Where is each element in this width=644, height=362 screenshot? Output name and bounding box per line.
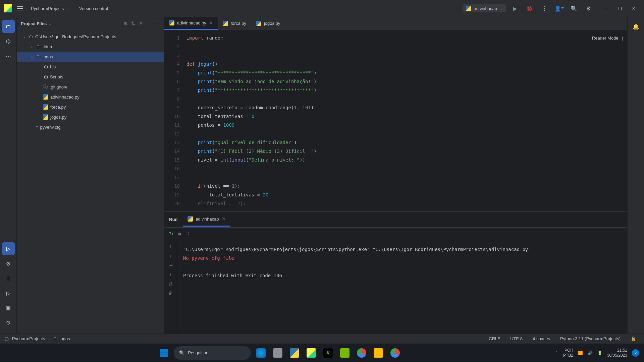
project-dropdown[interactable]: PycharmProjects ⌄ <box>28 5 72 12</box>
run-button[interactable]: ▶ <box>509 3 521 14</box>
windows-logo-icon <box>160 349 168 357</box>
tree-folder-jogos[interactable]: ⌄ 🗀 jogos <box>17 52 164 62</box>
run-tab[interactable]: adivinhacao ✕ <box>183 212 230 227</box>
code-with-me-icon[interactable]: 👤⁺ <box>553 3 565 14</box>
vcs-label: Version control <box>79 6 108 11</box>
taskbar-app-pycharm[interactable] <box>305 346 318 360</box>
battery-icon[interactable]: 🔋 <box>597 351 602 355</box>
hide-panel-icon[interactable]: — <box>155 20 160 26</box>
project-name-label: PycharmProjects <box>31 6 64 11</box>
taskbar-app-python[interactable] <box>288 346 301 360</box>
expand-all-icon[interactable]: ⇅ <box>131 20 136 26</box>
close-tab-icon[interactable]: ✕ <box>209 20 213 25</box>
search-everywhere-icon[interactable]: 🔍 <box>568 3 580 14</box>
volume-icon[interactable]: 🔊 <box>588 351 593 355</box>
soft-wrap-icon[interactable]: ⇥ <box>169 262 173 268</box>
chevron-down-icon: ⌄ <box>111 7 113 10</box>
tree-file-gitignore[interactable]: .gitignore <box>17 82 164 92</box>
scroll-to-end-icon[interactable]: ⤓ <box>169 272 173 277</box>
more-actions-icon[interactable]: ⋮ <box>539 3 550 14</box>
collapse-all-icon[interactable]: ✕ <box>139 20 143 26</box>
code-editor[interactable]: import random def jogar(): print("******… <box>183 30 644 211</box>
line-separator-status[interactable]: CRLF <box>485 336 503 341</box>
config-file-icon: ≡ <box>36 125 38 130</box>
tab-label: jogos.py <box>264 21 280 26</box>
clear-all-icon[interactable]: 🗑 <box>168 291 173 296</box>
rerun-button[interactable]: ↻ <box>169 231 173 237</box>
tree-file-jogos[interactable]: jogos.py <box>17 112 164 122</box>
tree-label: .gitignore <box>50 84 67 89</box>
indent-status[interactable]: 4 spaces <box>529 336 553 341</box>
wifi-icon[interactable]: 📶 <box>578 351 583 355</box>
taskbar-search[interactable]: 🔍 Pesquisar <box>174 346 251 360</box>
down-stack-icon[interactable]: ↓ <box>169 253 172 258</box>
notification-count-badge[interactable]: 2 <box>632 349 639 357</box>
search-icon: 🔍 <box>179 350 184 355</box>
editor-tab-jogos[interactable]: jogos.py <box>251 17 285 30</box>
print-icon[interactable]: ⎙ <box>169 281 172 287</box>
services-tool-button[interactable]: ▷ <box>2 287 15 299</box>
minimize-window-button[interactable]: — <box>600 3 613 14</box>
structure-tool-button[interactable]: ⌬ <box>2 35 15 48</box>
breadcrumb-item[interactable]: 🗀 jogos <box>53 336 70 341</box>
python-icon <box>187 216 193 222</box>
close-window-button[interactable]: ✕ <box>627 3 640 14</box>
interpreter-status[interactable]: Python 3.11 (PycharmProjects) <box>557 336 624 341</box>
tree-file-forca[interactable]: forca.py <box>17 102 164 112</box>
taskbar-app-explorer[interactable] <box>372 346 385 360</box>
folder-icon: 🗀 <box>44 64 48 69</box>
taskbar-app-taskview[interactable] <box>271 346 284 360</box>
taskbar-app-chrome-2[interactable] <box>388 346 402 360</box>
run-configuration-dropdown[interactable]: adivinhacao ⌄ <box>463 4 506 12</box>
python-packages-button[interactable]: ≣ <box>2 272 15 285</box>
run-toolbar-more-icon[interactable]: ⋮ <box>186 231 191 237</box>
main-menu-icon[interactable] <box>15 5 24 12</box>
taskbar-app-chrome[interactable] <box>355 346 368 360</box>
run-panel-title: Run <box>169 217 177 222</box>
more-tools-icon[interactable]: ⋯ <box>2 50 15 62</box>
run-tool-button[interactable]: ▷ <box>2 242 15 255</box>
toolwindow-quick-access-icon[interactable]: ▢ <box>5 336 9 341</box>
project-panel-title[interactable]: Project Files ⌄ <box>21 21 51 26</box>
run-output[interactable]: "C:\Users\Igor Rodrigues\PycharmProjects… <box>177 240 644 344</box>
tray-clock[interactable]: 21:5130/05/2023 <box>607 348 627 358</box>
close-tab-icon[interactable]: ✕ <box>222 216 226 222</box>
breadcrumb-item[interactable]: PycharmProjects <box>12 336 45 341</box>
panel-options-icon[interactable]: ⋮ <box>147 20 152 26</box>
up-stack-icon[interactable]: ↑ <box>169 244 172 249</box>
vcs-dropdown[interactable]: Version control ⌄ <box>76 5 117 12</box>
tree-root[interactable]: ⌄ 🗀 C:\Users\Igor Rodrigues\PycharmProje… <box>17 32 164 42</box>
output-line: "C:\Users\Igor Rodrigues\PycharmProjects… <box>183 245 638 254</box>
editor-tab-forca[interactable]: forca.py <box>218 17 251 30</box>
editor-tab-adivinhacao[interactable]: adivinhacao.py ✕ <box>164 17 218 30</box>
stop-button[interactable]: ■ <box>178 231 181 237</box>
maximize-window-button[interactable]: ❐ <box>614 3 627 14</box>
line-gutter: 1234567891011121314151617181920 <box>164 30 183 211</box>
taskbar-app-nvidia[interactable] <box>338 346 352 360</box>
chevron-down-icon: ⌄ <box>49 22 51 25</box>
tree-file-pyvenv[interactable]: ≡ pyvenv.cfg <box>17 122 164 132</box>
search-placeholder: Pesquisar <box>188 350 207 355</box>
chevron-right-icon: › <box>37 75 42 79</box>
terminal-tool-button[interactable]: ▣ <box>2 301 15 314</box>
encoding-status[interactable]: UTF-8 <box>507 336 526 341</box>
tree-folder-scripts[interactable]: › 🗀 Scripts <box>17 72 164 82</box>
settings-icon[interactable]: ⚙ <box>583 3 594 14</box>
project-tool-button[interactable]: 🗀 <box>2 20 15 33</box>
python-file-icon <box>256 21 261 26</box>
select-opened-file-icon[interactable]: ⊕ <box>123 20 128 26</box>
start-button[interactable] <box>158 347 170 359</box>
tree-label: adivinhacao.py <box>50 95 79 100</box>
tree-folder-lib[interactable]: › 🗀 Lib <box>17 62 164 72</box>
problems-tool-button[interactable]: ⊙ <box>2 316 15 329</box>
taskbar-app-k[interactable]: K <box>321 346 335 360</box>
tray-language[interactable]: PORPTB2 <box>563 348 573 358</box>
tree-file-adivinhacao[interactable]: adivinhacao.py <box>17 92 164 102</box>
taskbar-app-bing[interactable] <box>254 346 268 360</box>
notifications-button[interactable]: 🔔 <box>630 20 642 33</box>
readonly-lock-icon[interactable]: 🔒 <box>627 336 639 341</box>
python-console-button[interactable]: ⊘ <box>2 257 15 270</box>
tree-folder-idea[interactable]: › 🗀 .idea <box>17 42 164 52</box>
debug-button[interactable]: 🐞 <box>524 3 535 14</box>
tray-chevron-icon[interactable]: ⌃ <box>555 351 558 355</box>
